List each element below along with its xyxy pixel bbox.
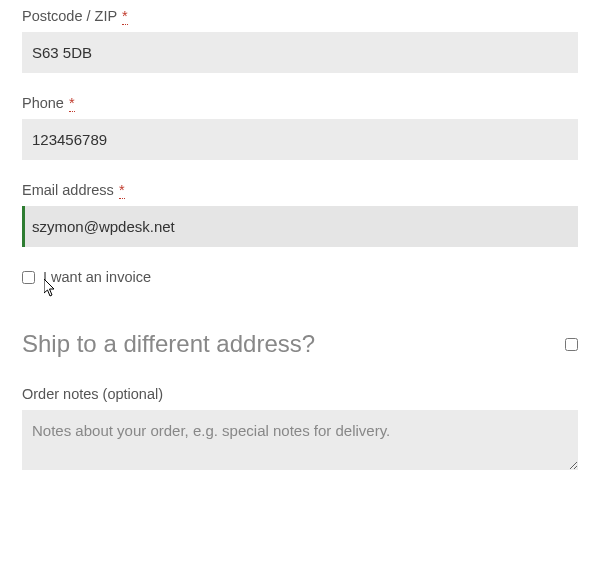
postcode-label: Postcode / ZIP *	[22, 8, 578, 24]
postcode-input[interactable]	[22, 32, 578, 73]
email-label-text: Email address	[22, 182, 114, 198]
order-notes-textarea[interactable]	[22, 410, 578, 470]
email-group: Email address *	[22, 182, 578, 247]
ship-title: Ship to a different address?	[22, 330, 315, 358]
postcode-required-icon: *	[122, 8, 128, 25]
email-required-icon: *	[119, 182, 125, 199]
order-notes-label: Order notes (optional)	[22, 386, 578, 402]
email-input[interactable]	[22, 206, 578, 247]
phone-group: Phone *	[22, 95, 578, 160]
postcode-group: Postcode / ZIP *	[22, 8, 578, 73]
invoice-checkbox[interactable]	[22, 271, 35, 284]
order-notes-group: Order notes (optional)	[22, 386, 578, 474]
invoice-row: I want an invoice	[22, 269, 578, 285]
phone-label-text: Phone	[22, 95, 64, 111]
ship-different-checkbox[interactable]	[565, 338, 578, 351]
phone-input[interactable]	[22, 119, 578, 160]
phone-required-icon: *	[69, 95, 75, 112]
postcode-label-text: Postcode / ZIP	[22, 8, 117, 24]
phone-label: Phone *	[22, 95, 578, 111]
invoice-label[interactable]: I want an invoice	[43, 269, 151, 285]
email-label: Email address *	[22, 182, 578, 198]
ship-section: Ship to a different address?	[22, 330, 578, 358]
